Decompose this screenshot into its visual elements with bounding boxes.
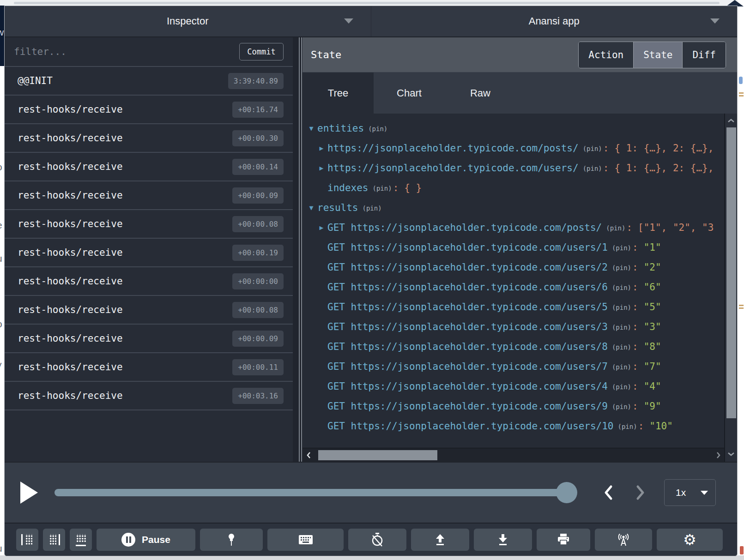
action-list-item[interactable]: rest-hooks/receive+00:00.30 [5, 124, 293, 153]
playback-bar: 1x [5, 462, 737, 523]
filter-input[interactable] [14, 46, 233, 57]
commit-button[interactable]: Commit [239, 43, 284, 60]
tab-chart[interactable]: Chart [374, 72, 445, 114]
playback-speed-select[interactable]: 1x [664, 479, 716, 506]
action-list-item[interactable]: rest-hooks/receive+00:16.74 [5, 96, 293, 124]
mode-tab-action[interactable]: Action [579, 42, 633, 68]
pin-link[interactable]: (pin) [612, 363, 631, 371]
print-button[interactable] [537, 529, 590, 551]
tree-row: ▼results(pin) [305, 198, 724, 217]
pin-link[interactable]: (pin) [583, 165, 602, 172]
vscroll-thumb[interactable] [726, 127, 736, 418]
mode-tab-diff[interactable]: Diff [682, 42, 726, 68]
tree-key: GET https://jsonplaceholder.typicode.com… [327, 421, 614, 432]
action-type-label: rest-hooks/receive [18, 247, 123, 258]
scroll-left-icon[interactable] [302, 452, 315, 459]
horizontal-scrollbar[interactable] [302, 448, 724, 462]
download-button[interactable] [474, 529, 532, 551]
pin-link[interactable]: (pin) [373, 185, 392, 192]
mode-tab-state[interactable]: State [633, 42, 682, 68]
pin-link[interactable]: (pin) [612, 244, 631, 252]
collapse-arrow-icon[interactable]: ▼ [305, 124, 317, 132]
timeline-slider[interactable] [54, 489, 575, 496]
action-list-item[interactable]: rest-hooks/receive+00:03.16 [5, 382, 293, 410]
pin-link[interactable]: (pin) [612, 304, 631, 311]
pin-link[interactable]: (pin) [612, 383, 631, 391]
page-text-fragment: y [0, 359, 4, 370]
pin-link[interactable]: (pin) [583, 145, 602, 152]
action-list-item[interactable]: rest-hooks/receive+00:00.08 [5, 210, 293, 239]
panel-resizer[interactable] [293, 37, 302, 462]
page-text-fragment: o [0, 162, 4, 173]
keyboard-button[interactable] [267, 529, 344, 551]
pin-link[interactable]: (pin) [606, 224, 625, 232]
expand-arrow-icon[interactable]: ▶ [315, 223, 327, 232]
timer-off-button[interactable] [348, 529, 406, 551]
step-back-button[interactable] [597, 481, 621, 505]
scroll-down-icon[interactable] [725, 448, 737, 460]
page-text-fragment: w [0, 27, 4, 38]
expand-arrow-icon[interactable]: ▶ [315, 144, 327, 152]
pin-link[interactable]: (pin) [612, 284, 631, 291]
action-list-item[interactable]: rest-hooks/receive+00:00:00 [5, 267, 293, 296]
hscroll-track[interactable] [315, 448, 712, 462]
pin-link[interactable]: (pin) [368, 125, 387, 132]
action-list-item[interactable]: rest-hooks/receive+00:00.08 [5, 296, 293, 325]
vertical-scrollbar[interactable] [724, 114, 737, 462]
scroll-right-icon[interactable] [712, 452, 724, 459]
timer-off-icon [371, 533, 383, 547]
tree-value: { 1: {…}, 2: {…}, [614, 143, 714, 154]
pause-button[interactable]: Pause [97, 529, 195, 551]
upload-button[interactable] [411, 529, 469, 551]
action-list-item[interactable]: rest-hooks/receive+00:00.09 [5, 325, 293, 353]
expand-arrow-icon[interactable]: ▶ [315, 164, 327, 172]
dock-bottom-button[interactable] [70, 529, 92, 551]
action-list-item[interactable]: rest-hooks/receive+00:00.14 [5, 153, 293, 181]
action-type-label: rest-hooks/receive [18, 161, 123, 172]
tree-row: GET https://jsonplaceholder.typicode.com… [305, 356, 724, 376]
action-timestamp-badge: +00:16.74 [232, 102, 284, 118]
tab-raw[interactable]: Raw [445, 72, 516, 114]
instance-select[interactable]: Anansi app [371, 6, 738, 36]
key-value-separator: : [632, 242, 638, 253]
action-list-item[interactable]: @@INIT3:39:40.89 [5, 67, 293, 96]
pin-link[interactable]: (pin) [612, 264, 631, 271]
action-timestamp-badge: +00:00.14 [232, 159, 284, 175]
step-forward-button[interactable] [628, 481, 652, 505]
key-value-separator: : [632, 262, 638, 273]
tree-row: GET https://jsonplaceholder.typicode.com… [305, 257, 724, 277]
dock-right-button[interactable] [43, 529, 65, 551]
tab-tree[interactable]: Tree [302, 72, 374, 114]
collapse-arrow-icon[interactable]: ▼ [305, 204, 317, 212]
pin-link[interactable]: (pin) [363, 205, 382, 212]
hscroll-thumb[interactable] [318, 450, 437, 460]
state-panel-header: State ActionStateDiff [302, 37, 737, 72]
dock-left-button[interactable] [16, 529, 38, 551]
action-type-label: rest-hooks/receive [18, 390, 123, 401]
scroll-up-icon[interactable] [725, 114, 737, 126]
action-type-label: rest-hooks/receive [18, 132, 123, 144]
page-text-fragment: t [0, 295, 4, 306]
pin-link[interactable]: (pin) [612, 324, 631, 331]
pin-link[interactable]: (pin) [618, 423, 637, 430]
action-list-item[interactable]: rest-hooks/receive+00:00.11 [5, 353, 293, 382]
tree-value: "3" [644, 321, 661, 332]
timeline-slider-thumb[interactable] [556, 482, 577, 503]
action-type-label: rest-hooks/receive [18, 304, 123, 315]
action-list-item[interactable]: rest-hooks/receive+00:00.19 [5, 239, 293, 267]
pin-link[interactable]: (pin) [612, 403, 631, 410]
play-button[interactable] [20, 481, 42, 505]
settings-button[interactable]: ⚙ [657, 529, 723, 551]
tree-row: ▶https://jsonplaceholder.typicode.com/us… [305, 158, 724, 178]
action-list-item[interactable]: rest-hooks/receive+00:00.09 [5, 181, 293, 210]
pin-link[interactable]: (pin) [612, 343, 631, 351]
action-type-label: @@INIT [18, 75, 53, 86]
tree-row: GET https://jsonplaceholder.typicode.com… [305, 297, 724, 317]
pin-button[interactable] [200, 529, 263, 551]
monitor-select[interactable]: Inspector [5, 6, 371, 36]
inspector-mode-tabs: ActionStateDiff [578, 42, 726, 68]
broadcast-button[interactable] [595, 529, 652, 551]
action-type-label: rest-hooks/receive [18, 104, 123, 115]
state-view-tabs: TreeChartRaw [302, 72, 737, 114]
action-type-label: rest-hooks/receive [18, 361, 123, 373]
